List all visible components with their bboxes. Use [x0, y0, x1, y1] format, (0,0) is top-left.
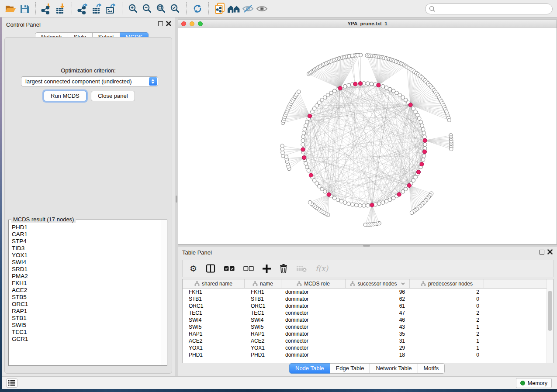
mcds-result-item[interactable]: SRD1 — [12, 266, 158, 273]
column-header-predecessor-nodes[interactable]: predecessor nodes — [410, 279, 484, 288]
run-mcds-button[interactable]: Run MCDS — [44, 91, 86, 101]
table-row[interactable]: TEC1TEC1connector472 — [183, 309, 553, 316]
toolbar-separator — [208, 2, 209, 15]
add-icon[interactable] — [263, 263, 271, 274]
table-cell: 0 — [410, 296, 484, 303]
export-network-icon[interactable] — [76, 2, 90, 16]
panel-divider-vertical[interactable] — [175, 17, 178, 376]
mcds-result-item[interactable]: PMA2 — [12, 273, 158, 280]
optimization-criterion-value: largest connected component (undirected) — [25, 78, 132, 85]
table-row[interactable]: PHD1PHD1dominator180 — [183, 351, 553, 358]
memory-button[interactable]: Memory — [516, 378, 552, 388]
table-cell: 62 — [346, 296, 410, 303]
optimization-criterion-select[interactable]: largest connected component (undirected) — [21, 76, 158, 86]
tab-network-table[interactable]: Network Table — [370, 363, 418, 374]
table-cell: RAP1 — [183, 330, 245, 337]
table-row[interactable]: ACE2ACE2connector311 — [183, 337, 553, 344]
mcds-tab-content: Optimization criterion: largest connecte… — [4, 37, 172, 374]
tab-edge-table[interactable]: Edge Table — [330, 363, 370, 374]
mcds-result-item[interactable]: FKH1 — [12, 280, 158, 287]
mcds-result-item[interactable]: STB5 — [12, 294, 158, 301]
table-row[interactable]: YOX1YOX1connector291 — [183, 344, 553, 351]
close-panel-icon[interactable] — [547, 249, 553, 254]
delete-table-icon[interactable] — [296, 263, 307, 274]
mcds-result-item[interactable]: GCR1 — [12, 336, 158, 343]
column-header-MCDS-role[interactable]: MCDS role — [281, 279, 346, 288]
column-header-shared-name[interactable]: shared name — [183, 279, 245, 288]
mcds-result-item[interactable]: SWI5 — [12, 322, 158, 329]
zoom-out-icon[interactable] — [140, 2, 154, 16]
table-row[interactable]: SWI4SWI4dominator462 — [183, 316, 553, 323]
table-row[interactable]: STB1STB1dominator620 — [183, 296, 553, 303]
export-image-icon[interactable] — [104, 2, 118, 16]
hierarchy-icon — [350, 281, 355, 286]
mcds-result-item[interactable]: TEC1 — [12, 329, 158, 336]
mcds-result-item[interactable]: ACE2 — [12, 287, 158, 294]
network-window-titlebar[interactable]: YPA_prune.txt_1 — [178, 20, 557, 28]
table-cell: dominator — [281, 351, 346, 358]
mcds-result-item[interactable]: STB1 — [12, 315, 158, 322]
reload-icon[interactable] — [190, 2, 204, 16]
mcds-result-item[interactable]: STP4 — [12, 238, 158, 245]
control-panel-header: Control Panel — [2, 17, 175, 31]
table-cell: PHD1 — [183, 351, 245, 358]
float-panel-icon[interactable] — [540, 250, 544, 254]
mcds-result-item[interactable]: RAP1 — [12, 308, 158, 315]
node-table: shared namenameMCDS rolesuccessor nodesp… — [182, 279, 554, 363]
column-header-name[interactable]: name — [245, 279, 281, 288]
houses-icon[interactable] — [227, 2, 241, 16]
function-icon[interactable]: f(x) — [315, 263, 328, 274]
task-history-button[interactable] — [6, 378, 17, 388]
close-panel-icon[interactable] — [166, 21, 171, 26]
deselect-all-icon[interactable] — [243, 263, 254, 274]
table-cell: SWI5 — [245, 323, 281, 330]
table-cell: 1 — [410, 323, 484, 330]
table-row[interactable]: RAP1RAP1dominator352 — [183, 330, 553, 337]
tab-motifs[interactable]: Motifs — [418, 363, 445, 374]
table-row[interactable]: FKH1FKH1dominator962 — [183, 289, 553, 296]
import-table-icon[interactable] — [54, 2, 68, 16]
float-panel-icon[interactable] — [158, 21, 163, 26]
table-cell: PHD1 — [245, 351, 281, 358]
mcds-result-item[interactable]: PHD1 — [12, 224, 158, 231]
eye-icon[interactable] — [255, 2, 269, 16]
save-icon[interactable] — [17, 2, 31, 16]
table-cell: TEC1 — [183, 309, 245, 316]
select-all-icon[interactable] — [224, 263, 235, 274]
document-share-icon[interactable] — [213, 2, 227, 16]
control-panel-title: Control Panel — [6, 21, 41, 28]
table-cell: 29 — [346, 344, 410, 351]
mcds-result-item[interactable]: CAR1 — [12, 231, 158, 238]
zoom-in-icon[interactable] — [126, 2, 140, 16]
import-network-icon[interactable] — [40, 2, 54, 16]
table-scrollbar-thumb[interactable] — [548, 291, 552, 331]
table-row[interactable]: ORC1ORC1dominator610 — [183, 303, 553, 309]
table-row[interactable]: SWI5SWI5connector431 — [183, 323, 553, 330]
mcds-result-item[interactable]: SWI4 — [12, 259, 158, 266]
trash-icon[interactable] — [280, 263, 287, 274]
table-cell: dominator — [281, 330, 346, 337]
mcds-result-list[interactable]: PHD1CAR1STP4TID3YOX1SWI4SRD1PMA2FKH1ACE2… — [9, 222, 160, 365]
export-table-icon[interactable] — [90, 2, 104, 16]
open-icon[interactable] — [3, 2, 17, 16]
columns-icon[interactable] — [206, 263, 215, 274]
eye-slash-icon[interactable] — [241, 2, 255, 16]
mcds-result-item[interactable]: ORC1 — [12, 301, 158, 308]
mcds-list-scrollbar[interactable] — [161, 220, 167, 365]
table-header-row: shared namenameMCDS rolesuccessor nodesp… — [183, 279, 553, 289]
search-box[interactable] — [425, 3, 553, 14]
table-cell: dominator — [281, 289, 346, 296]
zoom-selected-icon[interactable] — [168, 2, 182, 16]
tab-node-table[interactable]: Node Table — [289, 363, 330, 374]
mcds-result-item[interactable]: TID3 — [12, 245, 158, 252]
column-header-successor-nodes[interactable]: successor nodes — [346, 279, 410, 288]
divider-handle[interactable] — [176, 196, 177, 203]
zoom-fit-icon[interactable] — [154, 2, 168, 16]
table-cell: 2 — [410, 289, 484, 296]
close-panel-button[interactable]: Close panel — [91, 91, 135, 101]
mcds-result-item[interactable]: YOX1 — [12, 252, 158, 259]
table-scrollbar[interactable] — [547, 279, 553, 363]
network-canvas[interactable] — [178, 28, 557, 244]
gear-icon[interactable]: ⚙ — [190, 263, 197, 274]
search-input[interactable] — [436, 5, 552, 14]
